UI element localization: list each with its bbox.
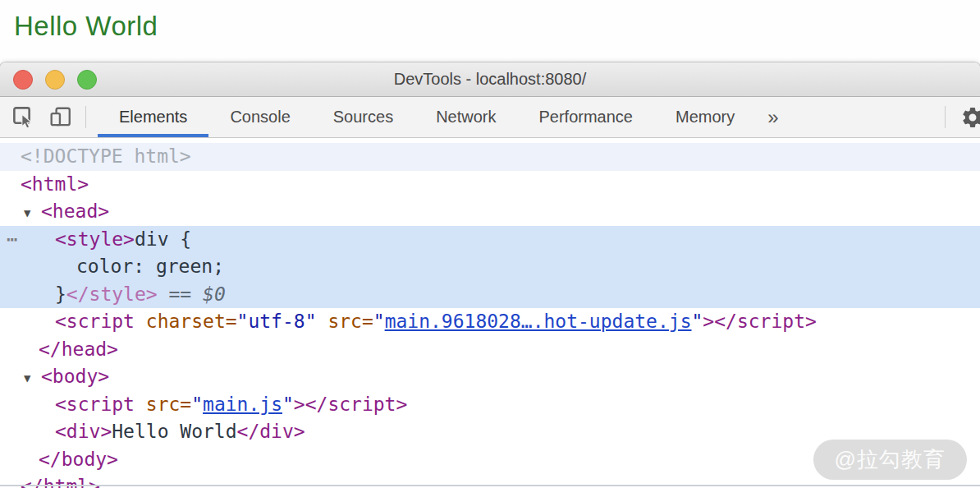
traffic-lights xyxy=(13,62,97,96)
tab-performance[interactable]: Performance xyxy=(518,97,655,137)
code-token: == xyxy=(158,283,203,305)
more-tabs-button[interactable]: » xyxy=(756,97,790,137)
code-token: div { xyxy=(135,228,191,250)
style-close-row[interactable]: }</style> == $0 xyxy=(0,281,980,309)
head-open-row[interactable]: ▼<head> xyxy=(0,198,980,226)
devtools-window: DevTools - localhost:8080/ ElementsConso… xyxy=(0,62,980,488)
code-token: <style> xyxy=(55,228,135,250)
doctype-row[interactable]: <!DOCTYPE html> xyxy=(0,143,980,171)
code-token xyxy=(135,311,146,332)
tab-network[interactable]: Network xyxy=(414,97,517,137)
code-token xyxy=(317,311,328,332)
code-token: $0 xyxy=(203,283,226,305)
devtools-toolbar: ElementsConsoleSourcesNetworkPerformance… xyxy=(0,97,980,138)
body-open-row[interactable]: ▼<body> xyxy=(0,363,980,391)
toolbar-divider xyxy=(85,106,86,128)
code-token: <head> xyxy=(41,200,109,222)
code-token: <html> xyxy=(21,173,89,195)
tab-memory[interactable]: Memory xyxy=(654,97,756,137)
code-token: <!DOCTYPE html> xyxy=(21,145,191,167)
style-css-row[interactable]: color: green; xyxy=(0,253,980,281)
html-open-row[interactable]: <html> xyxy=(0,171,980,199)
inspect-icon[interactable] xyxy=(11,97,37,137)
tab-strip: ElementsConsoleSourcesNetworkPerformance… xyxy=(98,97,756,137)
code-token: " xyxy=(191,394,203,415)
code-token: " xyxy=(282,394,294,415)
settings-gear-icon[interactable] xyxy=(957,97,980,137)
code-token: " xyxy=(373,311,385,332)
fullscreen-button[interactable] xyxy=(77,70,97,90)
titlebar[interactable]: DevTools - localhost:8080/ xyxy=(0,62,980,97)
device-toolbar-icon[interactable] xyxy=(48,97,74,137)
style-open-row[interactable]: ⋯<style>div { xyxy=(0,226,980,254)
code-token: </head> xyxy=(39,338,118,360)
page-heading: Hello World xyxy=(14,11,158,42)
resource-link[interactable]: main.js xyxy=(203,394,282,415)
node-options-dots-icon[interactable]: ⋯ xyxy=(7,226,19,254)
script-mainjs-row[interactable]: <script src="main.js"></script> xyxy=(0,391,980,419)
minimize-button[interactable] xyxy=(45,70,65,90)
resource-link[interactable]: main.9618028….hot-update.js xyxy=(385,311,692,332)
code-token: Hello World xyxy=(112,421,236,442)
rendered-page: Hello World xyxy=(0,0,980,62)
code-token: } xyxy=(55,283,66,305)
head-close-row[interactable]: </head> xyxy=(0,336,980,364)
close-button[interactable] xyxy=(13,70,33,90)
tab-elements[interactable]: Elements xyxy=(98,97,208,137)
code-token: src= xyxy=(146,394,191,415)
code-token: <script xyxy=(55,394,135,415)
window-title: DevTools - localhost:8080/ xyxy=(0,70,980,89)
code-token: </style> xyxy=(66,283,158,305)
code-token: ></script> xyxy=(703,311,816,332)
elements-panel: <!DOCTYPE html><html>▼<head>⋯<style>div … xyxy=(0,139,980,488)
code-token: </body> xyxy=(39,449,118,470)
toolbar-divider-right xyxy=(945,106,946,128)
tab-sources[interactable]: Sources xyxy=(312,97,414,137)
code-token: "utf-8" xyxy=(237,311,317,332)
code-token: " xyxy=(692,311,703,332)
expand-arrow-icon[interactable]: ▼ xyxy=(24,200,41,228)
code-token: <body> xyxy=(41,366,109,387)
code-token: </div> xyxy=(237,421,305,442)
code-token xyxy=(135,394,146,415)
toolbar-spacer xyxy=(790,97,933,137)
code-token: <div> xyxy=(55,421,112,442)
script-hotupdate-row[interactable]: <script charset="utf-8" src="main.961802… xyxy=(0,308,980,336)
code-token: color: green; xyxy=(76,256,224,277)
code-token: charset= xyxy=(146,311,237,332)
drawer-divider xyxy=(0,485,980,486)
watermark: @拉勾教育 xyxy=(813,440,967,480)
expand-arrow-icon[interactable]: ▼ xyxy=(24,365,41,393)
tab-console[interactable]: Console xyxy=(208,97,311,137)
code-token: <script xyxy=(55,311,135,332)
code-token: src= xyxy=(327,311,373,332)
screen: Hello World DevTools - localhost:8080/ xyxy=(0,0,980,488)
code-token: ></script> xyxy=(294,394,407,415)
